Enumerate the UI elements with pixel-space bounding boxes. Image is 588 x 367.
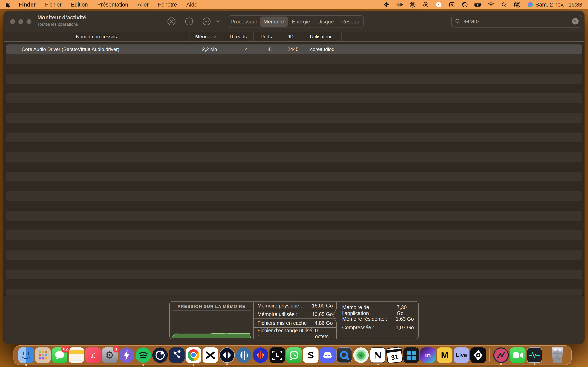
- calendar-date: 31: [390, 353, 399, 361]
- menu-item-edition[interactable]: Édition: [71, 2, 88, 8]
- memory-breakdown: Mémoire de l’application :7,30 Go Mémoir…: [337, 301, 419, 340]
- dock-messages[interactable]: 82: [52, 347, 67, 363]
- spotlight-search-icon[interactable]: [501, 1, 508, 8]
- process-table: Core Audio Driver (SeratoVirtualAudio.dr…: [4, 42, 584, 296]
- process-row-selected[interactable]: Core Audio Driver (SeratoVirtualAudio.dr…: [6, 44, 582, 54]
- apple-menu[interactable]: [6, 2, 11, 8]
- dock-separator: [546, 348, 546, 362]
- dock-whatsapp[interactable]: [286, 347, 302, 363]
- stat-row: Mémoire utilisée :10,65 Go: [253, 310, 337, 319]
- dock-apple-music[interactable]: ♫: [85, 347, 101, 363]
- empty-row: [6, 93, 582, 103]
- empty-row: [6, 230, 582, 240]
- empty-row: [6, 123, 582, 133]
- disc-record-icon[interactable]: [422, 1, 429, 8]
- tab-memoire[interactable]: Mémoire: [260, 17, 288, 27]
- column-header-threads[interactable]: Threads: [222, 32, 254, 42]
- waveform-icon[interactable]: [396, 1, 403, 8]
- dock-losslesscut[interactable]: L: [269, 347, 285, 363]
- search-field[interactable]: ✕: [451, 15, 582, 27]
- dock-quicktime[interactable]: [337, 347, 352, 363]
- menu-item-fenetre[interactable]: Fenêtre: [158, 2, 177, 8]
- pressure-axis-line: [173, 310, 251, 311]
- dock-facetime[interactable]: [510, 347, 526, 363]
- dock-notion[interactable]: N: [370, 347, 385, 363]
- notion-icon[interactable]: N: [448, 1, 455, 8]
- dock-chrome[interactable]: [186, 347, 201, 363]
- tab-reseau[interactable]: Réseau: [337, 16, 363, 27]
- empty-row: [6, 172, 582, 182]
- dock-serato-dj[interactable]: S: [303, 347, 319, 363]
- dock-discord[interactable]: [320, 347, 335, 363]
- dock-obs[interactable]: [152, 347, 168, 363]
- clock-time: 15:33: [568, 2, 582, 8]
- menu-item-fichier[interactable]: Fichier: [45, 2, 62, 8]
- svg-text:i: i: [189, 19, 190, 24]
- column-header-pid[interactable]: PID: [279, 32, 300, 42]
- menu-item-finder[interactable]: Finder: [19, 2, 36, 8]
- battery-charging-icon[interactable]: [475, 1, 481, 8]
- time-machine-icon[interactable]: [461, 1, 468, 8]
- dock-audio-wave-app[interactable]: [236, 347, 251, 363]
- close-button[interactable]: [10, 19, 15, 24]
- dock-trash[interactable]: [550, 347, 565, 363]
- dock-notes[interactable]: [69, 347, 84, 363]
- menu-item-aide[interactable]: Aide: [186, 2, 198, 8]
- dock-audacity[interactable]: [253, 347, 268, 363]
- inspect-button[interactable]: i: [185, 17, 194, 26]
- dock-pink-zigzag-app[interactable]: [493, 347, 509, 363]
- wifi-icon[interactable]: [488, 1, 494, 8]
- column-header-memory[interactable]: Mém…: [190, 32, 222, 42]
- cell-pid: 2445: [279, 47, 300, 52]
- dock-system-settings[interactable]: 1 ⚙: [102, 347, 118, 363]
- menu-clock[interactable]: Sam. 2 nov. 15:33: [535, 2, 582, 8]
- dock-calendar-app[interactable]: 31: [386, 347, 403, 364]
- menu-item-presentation[interactable]: Présentation: [97, 2, 128, 8]
- dock-activity-monitor[interactable]: [527, 347, 542, 363]
- dock-capcut[interactable]: [203, 347, 218, 363]
- quit-process-button[interactable]: [167, 17, 176, 26]
- menu-item-aller[interactable]: Aller: [138, 2, 149, 8]
- empty-row: [6, 142, 582, 152]
- dock-ableton-live[interactable]: Live: [454, 347, 469, 363]
- dock-launchpad[interactable]: [35, 347, 51, 363]
- memory-summary: Mémoire physique :16,00 Go Mémoire utili…: [253, 301, 337, 340]
- tab-processeur[interactable]: Processeur: [228, 16, 260, 27]
- empty-row: [6, 74, 582, 83]
- launchpad-grid-icon[interactable]: [409, 1, 416, 8]
- dock-purple-lightning-app[interactable]: [119, 347, 134, 363]
- dock-linkedin-app[interactable]: in: [420, 347, 436, 363]
- serato-disc-icon[interactable]: [435, 1, 442, 8]
- dock-finder[interactable]: [18, 347, 34, 363]
- lightning-icon: [119, 347, 134, 363]
- zoom-button[interactable]: [26, 19, 31, 24]
- dock-spotify[interactable]: [136, 347, 151, 363]
- view-tabs: Processeur Mémoire Énergie Disque Réseau: [228, 15, 364, 28]
- stat-row: Mémoire de l’application :7,30 Go: [337, 306, 419, 315]
- column-header-user[interactable]: Utilisateur: [300, 32, 342, 42]
- chevron-down-icon[interactable]: [216, 19, 221, 24]
- memory-stats-panel: PRESSION SUR LA MÉMOIRE Mémoire physique…: [169, 301, 419, 339]
- search-input[interactable]: [463, 18, 572, 25]
- dock-share-nodes-app[interactable]: [169, 347, 185, 363]
- column-header-name[interactable]: Nom du processus: [4, 32, 190, 42]
- dock-m-yellow-app[interactable]: M: [437, 347, 452, 363]
- control-center-icon[interactable]: [514, 1, 521, 8]
- zigzag-icon: [494, 349, 508, 362]
- chrome-logo: [188, 349, 199, 361]
- minimize-button[interactable]: [18, 19, 23, 24]
- empty-row: [6, 113, 582, 123]
- dock-voice-recorder[interactable]: [219, 347, 235, 363]
- siri-icon[interactable]: [527, 1, 534, 8]
- actions-menu-button[interactable]: [202, 17, 211, 26]
- dock-serato-studio[interactable]: [470, 347, 486, 363]
- clear-search-button[interactable]: ✕: [572, 18, 579, 25]
- column-header-ports[interactable]: Ports: [254, 32, 279, 42]
- running-indicator: [226, 363, 228, 365]
- tab-energie[interactable]: Énergie: [288, 16, 314, 27]
- empty-row: [6, 152, 582, 162]
- dock-grid-app[interactable]: [403, 347, 419, 363]
- share-nodes-icon[interactable]: [383, 1, 390, 8]
- dock-green-ring-app[interactable]: [353, 347, 369, 363]
- tab-disque[interactable]: Disque: [314, 16, 337, 27]
